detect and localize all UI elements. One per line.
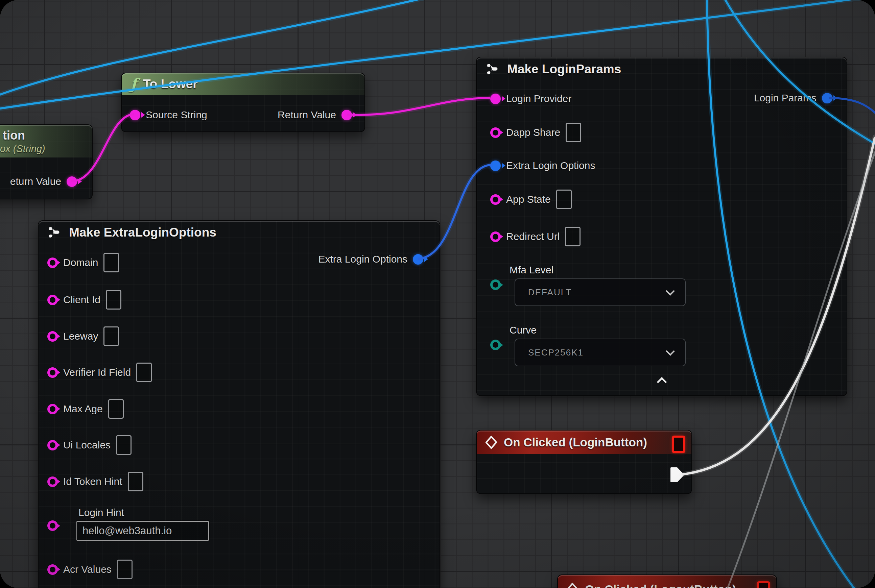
acr-values-checkbox[interactable] [117, 560, 132, 579]
wire-tolower-to-login-provider [347, 98, 490, 115]
login-params-output-pin[interactable] [822, 93, 832, 104]
node-to-lower[interactable]: ƒ To Lower Source String Return Value [121, 73, 365, 132]
extra-login-options-output-pin[interactable] [413, 254, 423, 265]
login-params-output-label: Login Params [754, 92, 816, 104]
node-title: Make LoginParams [507, 62, 621, 76]
event-icon [484, 435, 498, 450]
redirect-url-checkbox[interactable] [565, 227, 580, 246]
return-value-label: eturn Value [10, 176, 61, 187]
node-title-fragment: tion [0, 128, 25, 142]
id-token-hint-pin[interactable] [47, 477, 58, 487]
client-id-checkbox[interactable] [106, 290, 121, 309]
dapp-share-pin[interactable] [490, 128, 501, 138]
mfa-level-dropdown[interactable]: DEFAULT [514, 279, 686, 306]
domain-label: Domain [63, 257, 98, 268]
ui-locales-pin[interactable] [47, 440, 58, 450]
max-age-pin[interactable] [47, 404, 58, 414]
redirect-url-pin[interactable] [490, 231, 501, 242]
blueprint-editor-screenshot: tion ox (String) eturn Value ƒ To Lower … [0, 0, 875, 588]
return-value-pin[interactable] [341, 110, 352, 120]
client-id-label: Client Id [63, 294, 101, 306]
app-state-pin[interactable] [490, 194, 501, 205]
curve-pin[interactable] [490, 340, 501, 350]
login-hint-input[interactable]: hello@web3auth.io [77, 521, 209, 541]
verifier-id-field-checkbox[interactable] [136, 363, 152, 382]
chevron-down-icon [666, 346, 675, 356]
max-age-checkbox[interactable] [108, 399, 124, 419]
app-state-checkbox[interactable] [556, 190, 572, 209]
dapp-share-label: Dapp Share [506, 127, 560, 138]
node-textbox-partial[interactable]: tion ox (String) eturn Value [0, 124, 93, 200]
return-value-label: Return Value [278, 109, 336, 121]
leeway-label: Leeway [63, 330, 98, 342]
blueprint-canvas[interactable]: tion ox (String) eturn Value ƒ To Lower … [0, 0, 875, 588]
login-hint-label: Login Hint [78, 507, 124, 518]
ui-locales-label: Ui Locales [63, 439, 111, 451]
node-title: On Clicked (LoginButton) [504, 436, 647, 449]
acr-values-label: Acr Values [63, 564, 111, 575]
collapse-node-button[interactable] [657, 376, 666, 383]
node-title: To Lower [143, 77, 198, 91]
dapp-share-checkbox[interactable] [566, 123, 581, 142]
chevron-down-icon [666, 286, 675, 296]
chevron-up-icon [657, 377, 667, 387]
mfa-level-pin[interactable] [490, 279, 501, 290]
node-make-extra-login-options[interactable]: Make ExtraLoginOptions Extra Login Optio… [38, 220, 440, 588]
make-struct-icon [47, 225, 63, 240]
extra-login-options-label: Extra Login Options [506, 160, 595, 171]
delegate-pin[interactable] [757, 581, 770, 588]
curve-dropdown[interactable]: SECP256K1 [514, 339, 686, 366]
curve-label: Curve [510, 324, 537, 336]
node-on-clicked-login-button[interactable]: On Clicked (LoginButton) [476, 430, 692, 494]
source-string-pin[interactable] [130, 110, 140, 120]
extra-login-options-pin[interactable] [490, 160, 501, 171]
max-age-label: Max Age [63, 403, 103, 415]
acr-values-pin[interactable] [47, 564, 58, 575]
app-state-label: App State [506, 194, 551, 205]
login-hint-pin[interactable] [47, 520, 58, 531]
node-subtitle-fragment: ox (String) [0, 143, 45, 154]
curve-value: SECP256K1 [528, 347, 583, 358]
source-string-label: Source String [146, 109, 207, 121]
id-token-hint-checkbox[interactable] [128, 472, 143, 491]
login-provider-pin[interactable] [490, 94, 501, 104]
function-icon: ƒ [131, 77, 137, 92]
node-title: Make ExtraLoginOptions [69, 225, 216, 240]
mfa-level-value: DEFAULT [528, 287, 572, 298]
domain-pin[interactable] [47, 258, 58, 268]
node-make-login-params[interactable]: Make LoginParams Login Params Login Prov… [476, 57, 847, 396]
exec-output-pin[interactable] [670, 467, 684, 483]
extra-login-options-output-label: Extra Login Options [319, 254, 407, 265]
make-struct-icon [486, 62, 501, 77]
ui-locales-checkbox[interactable] [116, 435, 132, 455]
id-token-hint-label: Id Token Hint [63, 476, 122, 487]
verifier-id-field-pin[interactable] [47, 368, 58, 378]
login-provider-label: Login Provider [506, 93, 571, 104]
return-value-pin[interactable] [67, 176, 77, 187]
client-id-pin[interactable] [47, 295, 58, 305]
mfa-level-label: Mfa Level [510, 264, 553, 276]
node-on-clicked-logout-button[interactable]: On Clicked (LogoutButton) [557, 574, 777, 588]
redirect-url-label: Redirect Url [506, 231, 559, 242]
node-title: On Clicked (LogoutButton) [585, 583, 736, 588]
delegate-pin[interactable] [672, 436, 685, 453]
verifier-id-field-label: Verifier Id Field [63, 367, 131, 378]
leeway-checkbox[interactable] [104, 327, 119, 346]
leeway-pin[interactable] [47, 331, 58, 342]
login-hint-value: hello@web3auth.io [83, 525, 172, 537]
event-icon [565, 582, 579, 588]
domain-checkbox[interactable] [104, 253, 119, 272]
